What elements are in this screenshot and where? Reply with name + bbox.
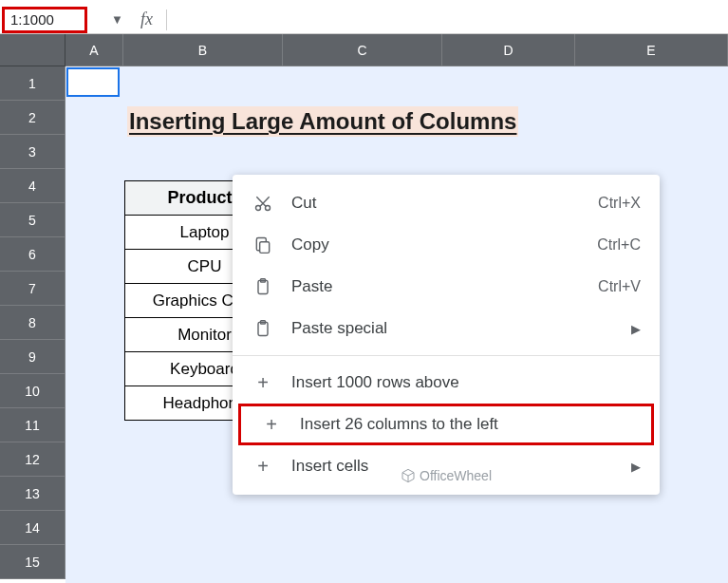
col-header[interactable]: B (123, 34, 283, 66)
plus-icon: + (260, 413, 283, 436)
svg-rect-2 (260, 242, 270, 254)
col-header[interactable]: C (283, 34, 442, 66)
row-header[interactable]: 1 (0, 66, 65, 101)
paste-icon (252, 275, 274, 298)
select-all-corner[interactable] (0, 34, 65, 66)
menu-insert-cells[interactable]: + Insert cells ▶ (233, 445, 660, 487)
menu-divider (233, 355, 660, 356)
column-headers: A B C D E (65, 34, 728, 66)
row-header[interactable]: 4 (0, 169, 65, 203)
row-header[interactable]: 9 (0, 340, 65, 374)
fx-label: fx (140, 9, 153, 29)
menu-copy[interactable]: Copy Ctrl+C (233, 224, 660, 266)
svg-point-0 (256, 206, 261, 211)
row-header[interactable]: 12 (0, 442, 65, 477)
plus-icon: + (252, 455, 274, 478)
menu-paste-special[interactable]: Paste special ▶ (233, 308, 660, 349)
name-box[interactable]: 1:1000 (2, 7, 87, 33)
plus-icon: + (252, 371, 274, 394)
menu-shortcut: Ctrl+V (598, 278, 641, 295)
name-box-dropdown[interactable]: ▼ (111, 12, 123, 27)
context-menu: Cut Ctrl+X Copy Ctrl+C Paste Ctrl+V Past… (233, 175, 660, 495)
active-cell[interactable] (66, 67, 120, 97)
menu-label: Copy (291, 235, 597, 254)
menu-label: Insert 1000 rows above (291, 373, 641, 392)
menu-label: Paste special (291, 319, 624, 338)
col-header[interactable]: E (575, 34, 728, 66)
sheet-title: Inserting Large Amount of Columns (127, 106, 518, 137)
menu-insert-rows[interactable]: + Insert 1000 rows above (233, 362, 660, 404)
menu-paste[interactable]: Paste Ctrl+V (233, 266, 660, 308)
menu-shortcut: Ctrl+C (597, 236, 641, 254)
row-header[interactable]: 2 (0, 101, 65, 135)
row-header[interactable]: 8 (0, 306, 65, 340)
copy-icon (252, 234, 274, 256)
paste-special-icon (252, 317, 274, 340)
row-header[interactable]: 15 (0, 545, 65, 579)
menu-shortcut: Ctrl+X (598, 195, 641, 212)
cut-icon (252, 192, 274, 215)
row-header[interactable]: 3 (0, 135, 65, 169)
menu-insert-columns[interactable]: + Insert 26 columns to the left (238, 404, 654, 445)
row-header[interactable]: 5 (0, 203, 65, 237)
row-header[interactable]: 14 (0, 511, 65, 545)
row-header[interactable]: 6 (0, 237, 65, 272)
col-header[interactable]: D (442, 34, 575, 66)
col-header[interactable]: A (65, 34, 123, 66)
menu-label: Insert 26 columns to the left (300, 415, 632, 434)
menu-label: Paste (291, 277, 598, 296)
submenu-arrow-icon: ▶ (631, 460, 641, 474)
formula-input[interactable] (167, 9, 728, 31)
row-header[interactable]: 10 (0, 374, 65, 408)
row-header[interactable]: 7 (0, 272, 65, 306)
row-headers: 1 2 3 4 5 6 7 8 9 10 11 12 13 14 15 (0, 34, 65, 583)
svg-point-1 (266, 206, 271, 211)
menu-label: Cut (291, 194, 598, 213)
menu-label: Insert cells (291, 457, 624, 476)
submenu-arrow-icon: ▶ (631, 322, 641, 336)
row-header[interactable]: 13 (0, 477, 65, 511)
row-header[interactable]: 11 (0, 408, 65, 442)
menu-cut[interactable]: Cut Ctrl+X (233, 182, 660, 224)
formula-bar: 1:1000 ▼ fx (0, 0, 728, 34)
